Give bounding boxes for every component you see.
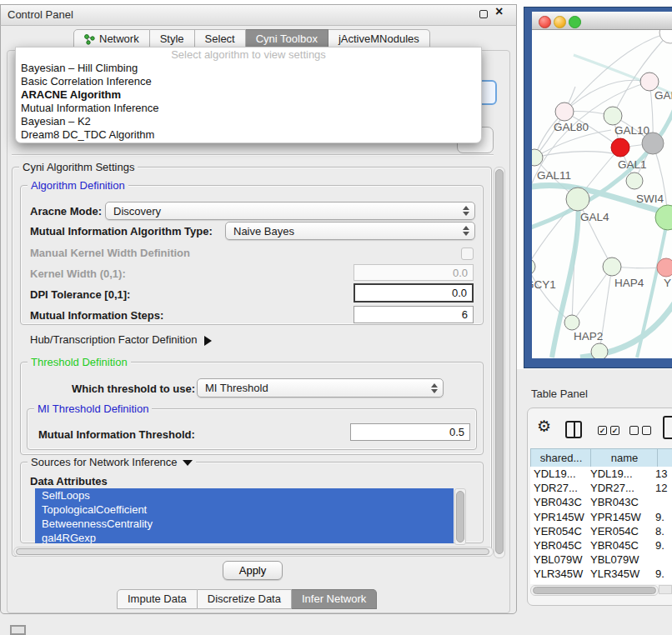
settings-hscrollbar-thumb[interactable] bbox=[16, 548, 489, 555]
list-scrollbar-thumb[interactable] bbox=[456, 491, 464, 542]
menu-item[interactable]: Bayesian – K2 bbox=[16, 115, 481, 128]
tab-impute-data-label: Impute Data bbox=[128, 590, 187, 608]
settings-vscrollbar-thumb[interactable] bbox=[495, 169, 504, 554]
close-window-icon[interactable] bbox=[539, 16, 551, 28]
checked-box-icon: ✓ bbox=[598, 426, 607, 435]
menu-item[interactable]: Mutual Information Inference bbox=[16, 102, 481, 115]
sources-title-wrap[interactable]: Sources for Network Inference bbox=[28, 456, 196, 468]
cell: YBL079W bbox=[530, 552, 590, 567]
list-item[interactable]: BetweennessCentrality bbox=[35, 517, 454, 531]
mi-steps-label: Mutual Information Steps: bbox=[30, 309, 163, 322]
settings-hscrollbar-track[interactable] bbox=[13, 547, 494, 557]
screen: Control Panel × Network Style Select Cyn… bbox=[0, 0, 672, 635]
settings-vscrollbar-track[interactable] bbox=[494, 167, 505, 558]
manual-kernel-checkbox[interactable] bbox=[461, 248, 474, 260]
network-window-titlebar[interactable] bbox=[532, 12, 672, 30]
close-icon[interactable]: × bbox=[495, 4, 503, 19]
table-row[interactable]: YDR27...YDR27...12 bbox=[530, 481, 672, 495]
node-gal[interactable] bbox=[640, 72, 659, 91]
node-gal4[interactable] bbox=[566, 188, 589, 211]
collapsed-panel-handle[interactable] bbox=[10, 625, 26, 635]
node-label: Y bbox=[664, 277, 671, 289]
which-threshold-label: Which threshold to use: bbox=[72, 382, 195, 395]
tab-infer-network[interactable]: Infer Network bbox=[292, 589, 377, 609]
node-hap4[interactable] bbox=[603, 258, 621, 276]
which-threshold-combo[interactable]: MI Threshold bbox=[197, 378, 444, 398]
select-all-columns-icon[interactable]: ✓✓ bbox=[598, 426, 619, 435]
menu-item[interactable]: Bayesian – Hill Climbing bbox=[16, 62, 481, 75]
table-row[interactable]: YIL052CYIL052C9 bbox=[530, 582, 672, 585]
table-row[interactable]: YBR045CYBR045C9. bbox=[530, 538, 672, 552]
table-row[interactable]: YDL19...YDL19...13 bbox=[530, 467, 672, 481]
table-row[interactable]: YBL079WYBL079W bbox=[530, 552, 672, 567]
cell: YDL19... bbox=[590, 467, 655, 481]
mi-threshold-field[interactable] bbox=[350, 423, 470, 441]
column-header-partial[interactable] bbox=[657, 448, 672, 468]
menu-item[interactable]: Basic Correlation Inference bbox=[16, 75, 481, 88]
unchecked-box-icon bbox=[642, 426, 651, 435]
node-unlabeled-bottom[interactable] bbox=[591, 343, 608, 358]
network-canvas[interactable]: GAL GAL80 GAL10 GAL1 GAL11 SWI4 GAL4 GCY… bbox=[532, 30, 672, 358]
cell: YIL052C bbox=[590, 582, 655, 585]
list-item[interactable]: gal4RGexp bbox=[35, 531, 454, 543]
column-header-name[interactable]: name bbox=[590, 448, 659, 468]
stepper-icon bbox=[431, 379, 438, 397]
hub-definition-expander[interactable]: Hub/Transcription Factor Definition bbox=[30, 333, 212, 346]
network-icon bbox=[84, 34, 95, 45]
table-body[interactable]: YDL19...YDL19...13 YDR27...YDR27...12 YB… bbox=[530, 467, 672, 584]
gear-icon[interactable]: ⚙ bbox=[537, 418, 551, 434]
node-unlabeled[interactable] bbox=[659, 30, 672, 43]
column-layout-icon[interactable] bbox=[565, 421, 582, 438]
node-gal1[interactable] bbox=[611, 138, 629, 157]
zoom-window-icon[interactable] bbox=[569, 16, 581, 28]
node-gcy1[interactable] bbox=[532, 258, 535, 275]
tab-discretize-data[interactable]: Discretize Data bbox=[198, 589, 292, 609]
deselect-all-columns-icon[interactable] bbox=[629, 426, 651, 435]
node-hap2[interactable] bbox=[564, 315, 579, 330]
menu-item-selected[interactable]: ARACNE Algorithm bbox=[16, 88, 481, 102]
node-gal10[interactable] bbox=[604, 107, 622, 125]
menu-item[interactable]: Dream8 DC_TDC Algorithm bbox=[16, 128, 481, 142]
list-item[interactable]: SelfLoops bbox=[35, 488, 454, 502]
aracne-mode-combo[interactable]: Discovery bbox=[105, 202, 475, 220]
dpi-tolerance-field[interactable] bbox=[354, 283, 474, 302]
table-row[interactable]: YLR345WYLR345W9. bbox=[530, 567, 672, 581]
list-scrollbar-track[interactable] bbox=[454, 488, 466, 545]
node-gal11[interactable] bbox=[532, 149, 543, 166]
cell: YBL079W bbox=[590, 552, 655, 567]
cell: YDR27... bbox=[590, 481, 655, 495]
node-gal80[interactable] bbox=[555, 102, 574, 121]
new-table-icon[interactable] bbox=[663, 416, 672, 439]
table-row[interactable]: YBR043CYBR043C bbox=[530, 495, 672, 509]
list-item[interactable]: TopologicalCoefficient bbox=[35, 502, 454, 517]
node-y[interactable] bbox=[657, 258, 672, 277]
cell: 9 bbox=[655, 582, 669, 585]
table-row[interactable]: YPR145WYPR145W9. bbox=[530, 510, 672, 524]
tab-jactivemnodules-label: jActiveMNodules bbox=[339, 30, 419, 48]
node-label: GAL4 bbox=[580, 211, 609, 223]
bottom-tabs: Impute Data Discretize Data Infer Networ… bbox=[117, 589, 377, 609]
apply-button[interactable]: Apply bbox=[223, 561, 283, 580]
cell: 12 bbox=[655, 481, 669, 495]
cell: YLR345W bbox=[590, 567, 655, 581]
mi-steps-field[interactable] bbox=[354, 306, 474, 323]
scrollbar-corner bbox=[659, 585, 672, 594]
cell: YDR27... bbox=[530, 481, 590, 495]
stepper-icon bbox=[463, 202, 469, 219]
data-attributes-list[interactable]: SelfLoops TopologicalCoefficient Between… bbox=[35, 488, 454, 543]
cell: YBR043C bbox=[590, 495, 655, 509]
mi-type-combo[interactable]: Naive Bayes bbox=[225, 222, 475, 240]
node-label: HAP4 bbox=[614, 277, 644, 289]
table-row[interactable]: YER054CYER054C8. bbox=[530, 524, 672, 538]
minimize-window-icon[interactable] bbox=[554, 16, 566, 28]
checked-box-icon: ✓ bbox=[610, 426, 619, 435]
float-window-icon[interactable] bbox=[479, 10, 488, 18]
node-swi4[interactable] bbox=[626, 172, 643, 189]
tab-impute-data[interactable]: Impute Data bbox=[117, 589, 198, 609]
kernel-width-field[interactable] bbox=[354, 264, 474, 281]
column-header-shared-name[interactable]: shared... bbox=[530, 448, 592, 468]
table-hscrollbar-track[interactable] bbox=[530, 585, 659, 596]
table-hscrollbar-thumb[interactable] bbox=[533, 587, 656, 594]
table-panel-title: Table Panel bbox=[531, 388, 588, 400]
threshold-definition-title: Threshold Definition bbox=[28, 356, 131, 368]
